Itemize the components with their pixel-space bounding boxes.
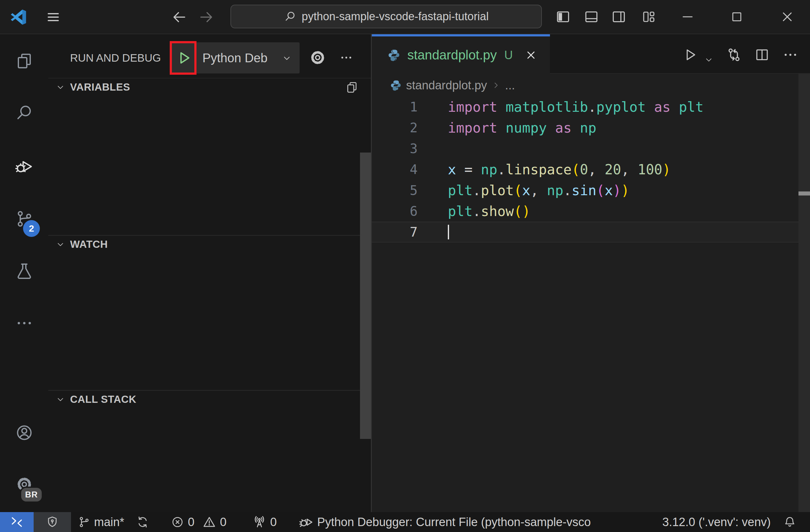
close-window-icon[interactable]	[778, 7, 797, 26]
code-token: x	[448, 162, 456, 178]
code-token: 100	[637, 162, 662, 178]
chevron-down-icon	[56, 83, 65, 92]
code-token: np	[547, 182, 563, 198]
code-token: ,	[530, 182, 539, 198]
code-line[interactable]: 3	[372, 138, 810, 159]
sidebar-scrollbar[interactable]	[360, 152, 371, 439]
code-token: show	[481, 203, 514, 219]
search-icon[interactable]	[15, 103, 34, 122]
problems-item[interactable]: 0 0	[164, 512, 233, 532]
overview-ruler-mark	[798, 192, 810, 196]
python-interpreter-item[interactable]: 3.12.0 ('.venv': venv)	[662, 515, 771, 529]
code-token: import	[448, 120, 497, 136]
toggle-panel-icon[interactable]	[582, 7, 601, 26]
tab-standardplot[interactable]: standardplot.py U	[372, 34, 550, 74]
run-dropdown-chevron-icon[interactable]	[701, 52, 717, 68]
explorer-icon[interactable]	[15, 52, 34, 70]
minimize-icon[interactable]	[678, 7, 697, 26]
section-watch[interactable]: WATCH	[48, 235, 372, 253]
git-branch-item[interactable]: main*	[71, 512, 156, 532]
code-token: sin	[571, 182, 596, 198]
code-token: 20	[604, 162, 621, 178]
code-line[interactable]: 6plt.show()	[372, 201, 810, 222]
run-python-file-icon[interactable]	[682, 47, 698, 63]
code-token: np	[481, 162, 497, 178]
open-changes-icon[interactable]	[726, 47, 742, 63]
breadcrumb-more[interactable]: ...	[505, 79, 515, 92]
code-token: (	[596, 182, 605, 198]
maximize-icon[interactable]	[728, 7, 746, 26]
code-line[interactable]: 7	[372, 222, 798, 243]
code-line[interactable]: 4x = np.linspace(0, 20, 100)	[372, 159, 810, 180]
code-token: x	[522, 182, 530, 198]
section-variables[interactable]: VARIABLES	[48, 78, 372, 96]
chevron-down-icon	[281, 53, 292, 64]
text-cursor	[448, 225, 449, 239]
status-bar-right: 3.12.0 ('.venv': venv)	[653, 512, 810, 532]
profile-badge: BR	[20, 486, 43, 503]
tab-label: standardplot.py	[407, 48, 497, 63]
split-editor-icon[interactable]	[754, 47, 770, 63]
code-token	[497, 99, 506, 115]
toggle-secondary-sidebar-icon[interactable]	[610, 7, 628, 26]
editor-more-actions-icon[interactable]	[782, 47, 798, 63]
menu-icon[interactable]	[44, 9, 62, 26]
code-token	[497, 120, 506, 136]
remote-indicator[interactable]	[0, 512, 34, 532]
breadcrumb-file[interactable]: standardplot.py	[406, 79, 487, 92]
branch-name: main*	[94, 515, 124, 529]
run-and-debug-icon[interactable]	[15, 157, 34, 176]
ports-item[interactable]: 0	[246, 512, 284, 532]
workspace-trust-item[interactable]	[34, 512, 71, 532]
shield-icon	[46, 515, 59, 529]
vscode-logo-icon	[9, 7, 28, 27]
views-more-actions-icon[interactable]	[337, 50, 356, 65]
editor-scrollbar[interactable]	[798, 74, 810, 512]
code-token: .	[563, 182, 572, 198]
code-token: pyplot	[596, 99, 646, 115]
code-token: as	[654, 99, 670, 115]
section-call-stack[interactable]: CALL STACK	[48, 390, 372, 408]
red-annotation-box	[170, 41, 196, 75]
code-token: linspace	[505, 162, 571, 178]
code-token: 0	[580, 162, 588, 178]
command-center-search[interactable]: python-sample-vscode-fastapi-tutorial	[230, 5, 542, 28]
bell-icon[interactable]	[783, 515, 796, 529]
code-token	[629, 162, 638, 178]
chevron-down-icon	[56, 240, 65, 249]
toggle-sidebar-icon[interactable]	[554, 7, 572, 26]
line-number: 7	[372, 222, 418, 242]
account-icon[interactable]	[15, 423, 34, 442]
code-token: matplotlib	[505, 99, 588, 115]
close-tab-icon[interactable]	[524, 48, 538, 62]
copy-icon[interactable]	[345, 80, 359, 94]
launch-gear-icon[interactable]	[308, 48, 327, 67]
search-icon	[284, 10, 297, 23]
code-token: )	[662, 162, 671, 178]
customize-layout-icon[interactable]	[639, 7, 658, 26]
code-token: ,	[588, 162, 596, 178]
testing-icon[interactable]	[15, 262, 34, 281]
code-line[interactable]: 5plt.plot(x, np.sin(x))	[372, 180, 810, 201]
more-views-icon[interactable]	[15, 314, 34, 332]
code-token: plt	[448, 203, 472, 219]
breadcrumbs[interactable]: standardplot.py ...	[372, 74, 810, 97]
code-token: )	[522, 203, 530, 219]
code-token	[646, 99, 654, 115]
back-arrow-icon[interactable]	[170, 8, 188, 26]
code-token: plt	[448, 182, 472, 198]
forward-arrow-icon[interactable]	[197, 8, 215, 26]
warning-icon	[202, 515, 216, 529]
code-token	[571, 120, 580, 136]
code-text: plt.plot(x, np.sin(x))	[448, 180, 629, 201]
code-token: .	[472, 182, 481, 198]
search-value: python-sample-vscode-fastapi-tutorial	[302, 10, 489, 23]
debug-config-name: Python Deb	[202, 42, 268, 73]
chevron-right-icon	[491, 81, 501, 90]
code-line[interactable]: 2import numpy as np	[372, 117, 810, 138]
tab-dirty-indicator: U	[504, 49, 513, 62]
source-control-badge: 2	[23, 220, 40, 237]
code-line[interactable]: 1import matplotlib.pyplot as plt	[372, 97, 810, 117]
line-number: 1	[372, 97, 418, 117]
debugger-status-item[interactable]: Python Debugger: Current File (python-sa…	[292, 512, 598, 532]
